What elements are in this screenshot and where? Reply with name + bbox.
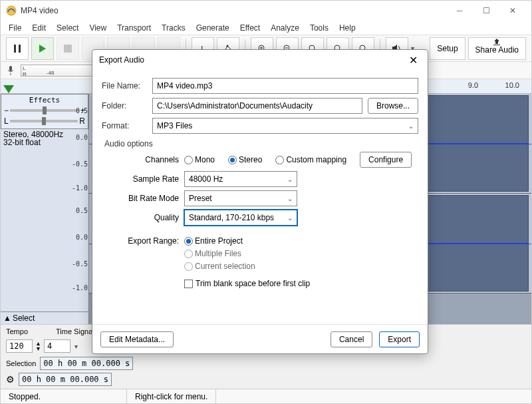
bitratemode-label: Bit Rate Mode [102, 194, 179, 203]
selection-label: Selection [6, 359, 36, 367]
minus-icon: − [4, 106, 9, 115]
quality-value: Standard, 170-210 kbps [189, 213, 274, 222]
audio-clip[interactable] [422, 195, 529, 292]
pan-r-label: R [79, 116, 85, 126]
meter-lr-label: LR [23, 65, 27, 77]
settings-gear-icon[interactable]: ⚙ [6, 374, 15, 385]
menu-tracks[interactable]: Tracks [156, 22, 191, 34]
bitratemode-select[interactable]: Preset⌄ [184, 190, 297, 206]
track-select-label: Select [13, 313, 35, 323]
track-select-box[interactable]: ▲ Select [1, 311, 88, 324]
export-button[interactable]: Export [379, 331, 420, 347]
custom-mapping-radio[interactable]: Custom mapping [275, 155, 346, 164]
meter-tick: -48 [47, 70, 55, 76]
wave-scale: -0.5 [70, 160, 88, 168]
wave-scale: 0.5 [70, 207, 88, 214]
playhead-marker-icon[interactable] [3, 85, 14, 93]
trim-blank-checkbox[interactable]: Trim blank space before first clip [184, 279, 310, 288]
audio-setup-button[interactable]: Setup [430, 37, 465, 60]
export-range-label: Export Range: [102, 236, 179, 246]
browse-button[interactable]: Browse... [368, 98, 418, 114]
cancel-button[interactable]: Cancel [331, 331, 372, 347]
quality-select[interactable]: Standard, 170-210 kbps⌄ [184, 210, 297, 226]
timesig-chevron-icon[interactable]: ▾ [74, 343, 78, 350]
timesig-label: Time Signa [56, 327, 92, 335]
maximize-button[interactable]: ☐ [473, 1, 499, 21]
dialog-footer: Edit Metadata... Cancel Export [92, 324, 428, 353]
wave-scale: -0.5 [70, 260, 88, 268]
edit-metadata-button[interactable]: Edit Metadata... [100, 331, 174, 347]
samplerate-select[interactable]: 48000 Hz⌄ [184, 171, 297, 187]
menu-generate[interactable]: Generate [191, 22, 235, 34]
format-select[interactable]: MP3 Files⌄ [152, 118, 418, 134]
dialog-title: Export Audio [99, 55, 144, 65]
share-audio-button[interactable]: Share Audio [468, 37, 526, 60]
selection-start-timecode[interactable]: 00 h 00 m 00.000 s [40, 357, 133, 370]
svg-marker-3 [39, 45, 46, 53]
menu-file[interactable]: File [3, 22, 27, 34]
ruler-tick: 9.0 [468, 81, 478, 89]
export-audio-dialog: Export Audio ✕ File Name: Folder: Browse… [92, 49, 428, 354]
filename-input[interactable] [152, 78, 418, 94]
audio-options-label: Audio options [104, 139, 418, 148]
channels-label: Channels [102, 155, 179, 164]
wave-scale: 0.5 [70, 107, 88, 114]
trim-blank-label: Trim blank space before first clip [196, 279, 310, 288]
minimize-button[interactable]: ─ [446, 1, 473, 21]
spinner-icon[interactable]: ▴▾ [37, 341, 40, 351]
bitratemode-value: Preset [189, 194, 212, 203]
svg-rect-4 [64, 45, 72, 53]
filename-label: File Name: [102, 81, 147, 91]
menu-view[interactable]: View [84, 22, 112, 34]
stereo-radio[interactable]: Stereo [228, 155, 262, 164]
play-button[interactable] [31, 37, 54, 60]
wave-scale: 0.0 [70, 234, 88, 241]
range-selection-label: Current selection [195, 262, 255, 271]
window-title: MP4 video [21, 6, 446, 15]
menu-transport[interactable]: Transport [112, 22, 156, 34]
statusbar: Stopped. Right-click for menu. [1, 389, 531, 403]
mono-radio[interactable]: Mono [184, 155, 215, 164]
chevron-down-icon: ⌄ [287, 214, 293, 222]
tempo-input[interactable] [6, 339, 33, 353]
timesig-input[interactable] [44, 339, 70, 353]
menu-tools[interactable]: Tools [305, 22, 334, 34]
wave-scale: -1.0 [70, 284, 88, 292]
selection-end-timecode[interactable]: 00 h 00 m 00.000 s [19, 373, 112, 386]
menu-analyze[interactable]: Analyze [265, 22, 305, 34]
range-selection-radio[interactable]: Current selection [184, 262, 255, 271]
dialog-titlebar: Export Audio ✕ [92, 50, 428, 70]
quality-label: Quality [102, 213, 179, 222]
pause-button[interactable] [6, 37, 29, 60]
effects-header: Effects [4, 96, 85, 104]
pan-slider[interactable] [10, 120, 78, 122]
folder-label: Folder: [102, 101, 147, 110]
menu-select[interactable]: Select [51, 22, 84, 34]
menu-effect[interactable]: Effect [235, 22, 265, 34]
ruler-tick: 10.0 [505, 81, 519, 89]
menu-edit[interactable]: Edit [27, 22, 51, 34]
close-button[interactable]: ✕ [499, 1, 526, 21]
range-entire-radio[interactable]: Entire Project [184, 236, 243, 246]
dialog-close-button[interactable]: ✕ [405, 54, 421, 67]
menu-help[interactable]: Help [334, 22, 361, 34]
audio-clip[interactable] [422, 95, 529, 192]
range-multiple-label: Multiple Files [195, 249, 241, 258]
microphone-icon [6, 65, 17, 76]
mono-label: Mono [195, 155, 215, 164]
titlebar: MP4 video ─ ☐ ✕ [1, 1, 531, 21]
collapse-icon[interactable]: ▲ [3, 313, 11, 323]
folder-input[interactable] [152, 98, 362, 114]
chevron-down-icon: ⌄ [287, 195, 293, 202]
format-label: Format: [102, 121, 147, 130]
audio-setup-label: Setup [437, 44, 458, 53]
stop-button[interactable] [57, 37, 79, 60]
gain-slider[interactable] [10, 109, 79, 112]
configure-button[interactable]: Configure [360, 152, 412, 168]
range-multiple-radio[interactable]: Multiple Files [184, 249, 241, 258]
tempo-label: Tempo [6, 327, 28, 335]
chevron-down-icon: ⌄ [408, 122, 414, 130]
wave-scale: -1.0 [70, 184, 88, 192]
range-entire-label: Entire Project [195, 236, 243, 246]
upload-icon [492, 38, 501, 46]
